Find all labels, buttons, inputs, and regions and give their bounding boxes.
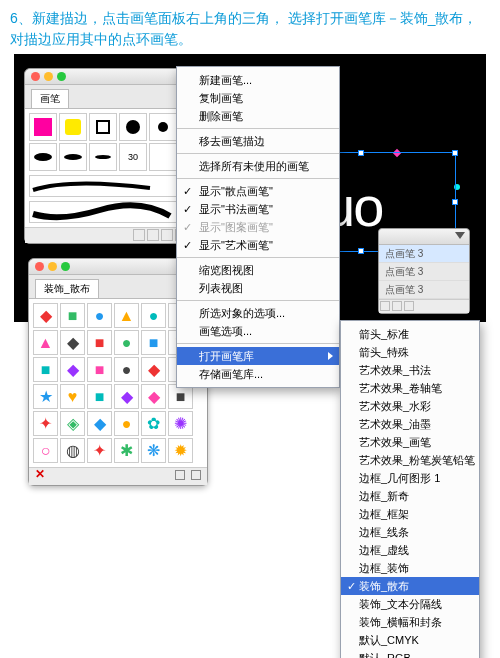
deco-swatch[interactable]: ●	[114, 357, 139, 382]
deco-swatch[interactable]: ◆	[60, 330, 85, 355]
brush-instance-row[interactable]: 点画笔 3	[379, 263, 469, 281]
flyout-menu-icon[interactable]	[455, 232, 465, 239]
menu-item[interactable]: 艺术效果_水彩	[341, 397, 479, 415]
minimize-icon[interactable]	[44, 72, 53, 81]
menu-item[interactable]: 艺术效果_画笔	[341, 433, 479, 451]
deco-swatch[interactable]: ◆	[141, 357, 166, 382]
close-icon[interactable]	[31, 72, 40, 81]
menu-item[interactable]: 箭头_标准	[341, 325, 479, 343]
brushes-panel[interactable]: 画笔 30	[24, 68, 192, 244]
menu-item[interactable]: 打开画笔库	[177, 347, 339, 365]
deco-swatch[interactable]: ◆	[60, 357, 85, 382]
deco-swatch[interactable]: ◆	[114, 384, 139, 409]
deco-swatch[interactable]: ▲	[33, 330, 58, 355]
panel-titlebar[interactable]	[25, 69, 191, 85]
menu-item[interactable]: 选择所有未使用的画笔	[177, 157, 339, 175]
deco-swatch[interactable]: ❋	[141, 438, 166, 463]
stroke-preview[interactable]	[29, 201, 187, 223]
menu-item[interactable]: 艺术效果_油墨	[341, 415, 479, 433]
brush-library-submenu[interactable]: 箭头_标准箭头_特殊艺术效果_书法艺术效果_卷轴笔艺术效果_水彩艺术效果_油墨艺…	[340, 320, 480, 658]
menu-item[interactable]: 显示"散点画笔"	[177, 182, 339, 200]
deco-swatch[interactable]: ●	[114, 330, 139, 355]
menu-item[interactable]: 删除画笔	[177, 107, 339, 125]
panel-footer-btn[interactable]	[404, 301, 414, 311]
menu-item[interactable]: 箭头_特殊	[341, 343, 479, 361]
panel-footer-btn[interactable]	[147, 229, 159, 241]
deco-swatch[interactable]: ◈	[60, 411, 85, 436]
deco-swatch[interactable]: ■	[87, 384, 112, 409]
deco-swatch[interactable]: ✿	[141, 411, 166, 436]
zoom-icon[interactable]	[61, 262, 70, 271]
deco-swatch[interactable]: ■	[33, 357, 58, 382]
menu-item[interactable]: 艺术效果_卷轴笔	[341, 379, 479, 397]
brush-instance-row[interactable]: 点画笔 3	[379, 245, 469, 263]
panel-footer-btn[interactable]	[392, 301, 402, 311]
deco-swatch[interactable]: ✦	[33, 411, 58, 436]
panel-footer-btn[interactable]	[133, 229, 145, 241]
panel-tab[interactable]: 画笔	[31, 89, 69, 108]
deco-swatch[interactable]: ●	[87, 303, 112, 328]
deco-swatch[interactable]: ■	[60, 303, 85, 328]
deco-swatch[interactable]: ●	[141, 303, 166, 328]
step-instruction: 6、新建描边，点击画笔面板右上角的三角， 选择打开画笔库－装饰_散布，对描边应用…	[0, 0, 500, 54]
deco-swatch[interactable]: ◍	[60, 438, 85, 463]
deco-swatch[interactable]: ■	[141, 330, 166, 355]
menu-item[interactable]: 画笔选项...	[177, 322, 339, 340]
menu-item[interactable]: 装饰_文本分隔线	[341, 595, 479, 613]
panel-footer-btn[interactable]	[191, 470, 201, 480]
deco-swatch[interactable]: ✹	[168, 438, 193, 463]
panel-header[interactable]	[379, 229, 469, 245]
menu-item[interactable]: 移去画笔描边	[177, 132, 339, 150]
menu-item[interactable]: 边框_几何图形 1	[341, 469, 479, 487]
menu-item[interactable]: 边框_线条	[341, 523, 479, 541]
menu-item[interactable]: 缩览图视图	[177, 261, 339, 279]
submenu-arrow-icon	[328, 352, 333, 360]
deco-swatch[interactable]: ○	[33, 438, 58, 463]
menu-item[interactable]: 边框_框架	[341, 505, 479, 523]
deco-swatch[interactable]: ★	[33, 384, 58, 409]
deco-swatch[interactable]: ■	[87, 357, 112, 382]
menu-item[interactable]: 边框_新奇	[341, 487, 479, 505]
menu-item[interactable]: 边框_装饰	[341, 559, 479, 577]
panel-footer-btn[interactable]	[161, 229, 173, 241]
minimize-icon[interactable]	[48, 262, 57, 271]
menu-item[interactable]: 边框_虚线	[341, 541, 479, 559]
menu-item[interactable]: 艺术效果_书法	[341, 361, 479, 379]
deco-swatch[interactable]: ■	[87, 330, 112, 355]
delete-icon[interactable]: ✕	[35, 467, 45, 481]
deco-swatch[interactable]: ✺	[168, 411, 193, 436]
menu-item[interactable]: 装饰_横幅和封条	[341, 613, 479, 631]
menu-item[interactable]: 默认_CMYK	[341, 631, 479, 649]
menu-item[interactable]: 装饰_散布	[341, 577, 479, 595]
panel-footer-btn[interactable]	[175, 470, 185, 480]
zoom-icon[interactable]	[57, 72, 66, 81]
menu-item[interactable]: 艺术效果_粉笔炭笔铅笔	[341, 451, 479, 469]
deco-swatch[interactable]: ●	[114, 411, 139, 436]
stroke-size-display: 30	[119, 143, 147, 171]
menu-item[interactable]: 存储画笔库...	[177, 365, 339, 383]
menu-item[interactable]: 新建画笔...	[177, 71, 339, 89]
menu-item[interactable]: 显示"艺术画笔"	[177, 236, 339, 254]
menu-item[interactable]: 默认_RGB	[341, 649, 479, 658]
menu-item[interactable]: 显示"书法画笔"	[177, 200, 339, 218]
deco-swatch[interactable]: ✦	[87, 438, 112, 463]
deco-swatch[interactable]: ◆	[141, 384, 166, 409]
deco-swatch[interactable]: ◆	[87, 411, 112, 436]
close-icon[interactable]	[35, 262, 44, 271]
menu-item[interactable]: 所选对象的选项...	[177, 304, 339, 322]
brush-instance-row[interactable]: 点画笔 3	[379, 281, 469, 299]
panel-footer-btn[interactable]	[380, 301, 390, 311]
deco-swatch[interactable]: ♥	[60, 384, 85, 409]
deco-swatch[interactable]: ▲	[114, 303, 139, 328]
menu-item[interactable]: 列表视图	[177, 279, 339, 297]
brush-swatches[interactable]: 30	[29, 113, 187, 171]
deco-swatch[interactable]: ◆	[33, 303, 58, 328]
menu-item[interactable]: 复制画笔	[177, 89, 339, 107]
panel-tab[interactable]: 装饰_散布	[35, 279, 99, 298]
deco-swatch[interactable]: ✱	[114, 438, 139, 463]
brush-instances-panel[interactable]: 点画笔 3点画笔 3点画笔 3	[378, 228, 470, 314]
brushes-flyout-menu[interactable]: 新建画笔...复制画笔删除画笔移去画笔描边选择所有未使用的画笔显示"散点画笔"显…	[176, 66, 340, 388]
stroke-preview[interactable]	[29, 175, 187, 197]
menu-item: 显示"图案画笔"	[177, 218, 339, 236]
